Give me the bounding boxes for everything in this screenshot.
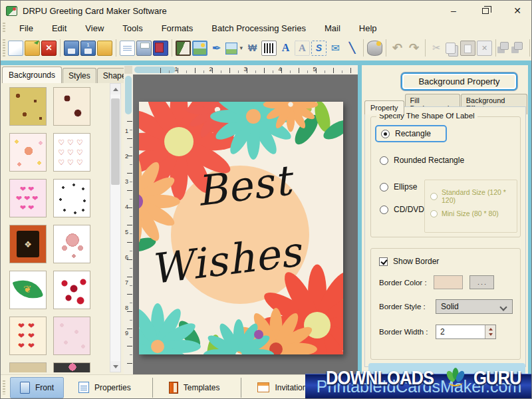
page-notes-icon[interactable]: [120, 41, 135, 56]
background-thumbnail-vintage-partial[interactable]: [9, 362, 47, 372]
background-thumbnail-ganesha-art[interactable]: [9, 225, 47, 263]
insert-pen-icon[interactable]: ✒: [209, 41, 224, 56]
scroll-up-icon[interactable]: [110, 84, 120, 94]
background-thumbnail-rose-petals[interactable]: [53, 271, 90, 309]
print-copies-icon[interactable]: [153, 41, 168, 56]
radio-icon: [380, 183, 388, 192]
close-file-icon[interactable]: ✕: [41, 41, 57, 56]
insert-shape-icon[interactable]: ▾: [225, 41, 243, 56]
ruler-number: 1: [174, 66, 179, 72]
send-mail-icon[interactable]: ✉: [328, 41, 343, 56]
insert-signature-icon[interactable]: S: [311, 41, 327, 56]
border-width-spinner[interactable]: 2: [436, 325, 496, 339]
menu-help[interactable]: Help: [350, 22, 386, 35]
background-thumbnail-heart-outlines[interactable]: [53, 133, 90, 172]
radio-cd-dvd[interactable]: CD/DVD: [380, 205, 424, 214]
border-color-row: Border Color : . . .: [379, 275, 494, 289]
greeting-card[interactable]: Best Wishes: [139, 102, 343, 354]
database-icon[interactable]: [367, 41, 382, 56]
draw-line-icon[interactable]: ╲: [344, 41, 360, 56]
scrollbar-thumb[interactable]: [111, 98, 120, 185]
paste-icon[interactable]: [460, 41, 475, 56]
design-canvas[interactable]: 1 2 3 4 5 1 2 3 4 5 6 7 8 9: [124, 65, 358, 374]
minimize-button[interactable]: –: [444, 3, 464, 18]
menu-view[interactable]: View: [76, 22, 113, 35]
card-design-icon[interactable]: [176, 41, 191, 56]
card-artwork: [139, 102, 343, 354]
insert-image-icon[interactable]: [192, 41, 207, 56]
radio-ellipse[interactable]: Ellipse: [380, 182, 417, 192]
open-folder-icon[interactable]: [97, 41, 112, 56]
border-style-dropdown[interactable]: Solid: [436, 299, 513, 314]
menu-batch-processing-series[interactable]: Batch Processing Series: [202, 22, 315, 35]
frame-strip-right: [528, 65, 532, 374]
background-thumbnail-pink-hearts[interactable]: [9, 179, 47, 217]
color-picker-button[interactable]: . . .: [469, 275, 494, 289]
copy-icon[interactable]: [446, 43, 456, 54]
frame-strip-top: [1, 61, 532, 65]
save-as-icon[interactable]: 1: [80, 41, 96, 56]
background-thumbnail-hearts-collage[interactable]: [9, 317, 47, 355]
bring-forward-icon[interactable]: [514, 42, 523, 50]
separator: [152, 378, 153, 398]
card-text-line1: Best: [194, 160, 293, 213]
border-color-swatch[interactable]: [434, 275, 463, 289]
background-thumbnail-leaf-figure[interactable]: [9, 271, 47, 309]
save-icon[interactable]: [64, 41, 79, 56]
open-file-icon[interactable]: [25, 41, 40, 56]
property-tab-content: Specify The Shape Of Label Rectangle Rou…: [364, 106, 526, 367]
ruler-number: 3: [243, 66, 248, 72]
delete-icon[interactable]: ✕: [477, 41, 492, 56]
undo-icon[interactable]: ↶: [390, 41, 405, 56]
properties-icon: [78, 382, 89, 393]
cut-icon[interactable]: ✂: [429, 41, 444, 56]
background-thumbnail-elephant-head[interactable]: [53, 225, 90, 263]
background-thumbnail-dark-floral-partial[interactable]: [53, 362, 90, 372]
send-backward-icon[interactable]: [500, 42, 509, 50]
vertical-scroll-thumb[interactable]: [125, 76, 132, 114]
insert-text-icon[interactable]: A: [278, 41, 293, 56]
background-thumbnail-paisley-motifs[interactable]: [53, 87, 90, 126]
tab-styles[interactable]: Styles: [63, 68, 96, 83]
border-width-value: 2: [440, 327, 445, 336]
menu-formats[interactable]: Formats: [152, 22, 203, 35]
background-thumbnail-pink-lace[interactable]: [53, 317, 90, 355]
tab-label: Front: [35, 383, 54, 392]
background-thumbnail-grid: [3, 83, 99, 372]
print-icon[interactable]: [136, 41, 152, 56]
ruler-number: 3: [125, 178, 128, 185]
background-thumbnail-vintage-gold-floral[interactable]: [9, 87, 47, 126]
maximize-button[interactable]: [475, 3, 495, 18]
tab-property[interactable]: Property: [364, 100, 404, 114]
spinner-arrows-icon[interactable]: [485, 325, 495, 338]
format-text-icon[interactable]: A: [295, 41, 310, 56]
scroll-down-icon[interactable]: [110, 361, 120, 372]
background-thumbnail-wedding-figures[interactable]: [53, 179, 90, 217]
background-property-button[interactable]: Background Property: [401, 72, 517, 90]
property-panel: Background Property Property Fill Backgr…: [363, 65, 528, 374]
radio-rectangle[interactable]: Rectangle: [375, 125, 447, 142]
tab-front[interactable]: Front: [10, 377, 64, 398]
tab-templates[interactable]: Templates: [160, 378, 229, 398]
toolbar-grip: [3, 39, 5, 57]
ruler-number: 7: [125, 279, 128, 286]
menu-file[interactable]: File: [10, 22, 43, 35]
show-border-checkbox[interactable]: Show Border: [379, 257, 439, 266]
app-icon: [6, 6, 17, 16]
tab-properties[interactable]: Properties: [69, 378, 140, 397]
radio-mini-size: Mini Size (80 * 80): [430, 209, 499, 217]
new-document-icon[interactable]: [8, 41, 23, 56]
sprout-logo-icon: [444, 367, 467, 388]
menu-mail[interactable]: Mail: [315, 22, 350, 35]
background-thumbnail-peach-flowers[interactable]: [9, 133, 47, 172]
menu-edit[interactable]: Edit: [43, 22, 76, 35]
radio-rounded-rectangle[interactable]: Rounded Rectangle: [380, 156, 464, 165]
thumbnail-scrollbar[interactable]: [110, 83, 121, 372]
close-button[interactable]: ✕: [507, 3, 527, 18]
radio-label: CD/DVD: [394, 205, 424, 214]
redo-icon[interactable]: ↷: [406, 41, 422, 56]
tab-backgrounds[interactable]: Backgrounds: [2, 66, 62, 83]
menu-tools[interactable]: Tools: [113, 22, 152, 35]
insert-barcode-icon[interactable]: [261, 41, 277, 56]
insert-watermark-icon[interactable]: ₩: [245, 41, 260, 56]
